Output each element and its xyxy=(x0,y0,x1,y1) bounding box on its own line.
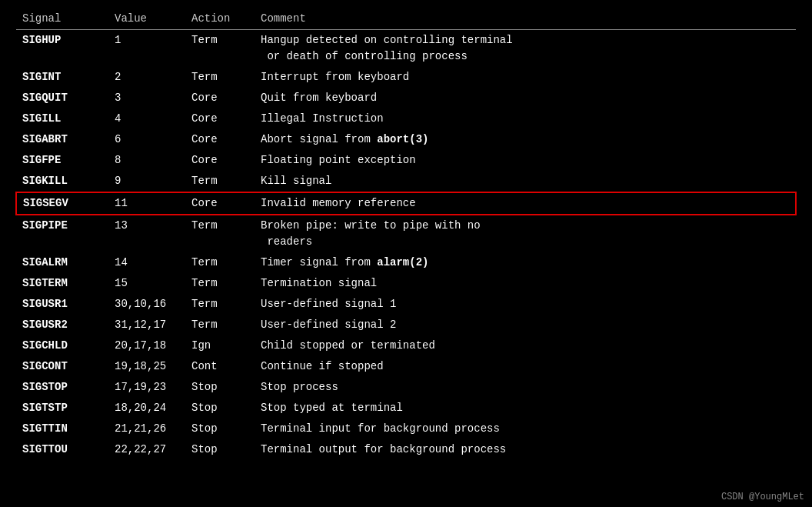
cell-value-sigsegv: 11 xyxy=(108,192,185,215)
sigint-row: SIGINT2TermInterrupt from keyboard xyxy=(16,67,796,88)
cell-comment-sigquit: Quit from keyboard xyxy=(255,88,796,108)
cell-comment-sigstop: Stop process xyxy=(255,377,796,398)
sigquit-row: SIGQUIT3CoreQuit from keyboard xyxy=(16,88,796,108)
cell-comment-sighup: Hangup detected on controlling terminal … xyxy=(255,30,796,68)
header-value: Value xyxy=(108,8,185,30)
sigttou-row: SIGTTOU22,22,27StopTerminal output for b… xyxy=(16,439,796,460)
sigtstp-row: SIGTSTP18,20,24StopStop typed at termina… xyxy=(16,398,796,419)
cell-signal-sigstop: SIGSTOP xyxy=(16,377,108,398)
cell-action-sigttou: Stop xyxy=(185,439,255,460)
cell-value-sigusr1: 30,10,16 xyxy=(108,294,185,315)
cell-comment-sigkill: Kill signal xyxy=(255,171,796,192)
cell-comment-sigint: Interrupt from keyboard xyxy=(255,67,796,88)
cell-action-sigtstp: Stop xyxy=(185,398,255,419)
header-comment: Comment xyxy=(255,8,796,30)
cell-comment-sigchld: Child stopped or terminated xyxy=(255,335,796,356)
cell-value-sigill: 4 xyxy=(108,108,185,129)
cell-action-sigstop: Stop xyxy=(185,377,255,398)
cell-signal-sighup: SIGHUP xyxy=(16,30,108,68)
cell-action-sigfpe: Core xyxy=(185,150,255,171)
signal-table-container: Signal Value Action Comment SIGHUP1TermH… xyxy=(0,0,812,468)
cell-comment-sigterm: Termination signal xyxy=(255,273,796,294)
sigill-row: SIGILL4CoreIllegal Instruction xyxy=(16,108,796,129)
cell-action-sighup: Term xyxy=(185,30,255,68)
sigusr2-row: SIGUSR231,12,17TermUser-defined signal 2 xyxy=(16,315,796,335)
cell-action-sigalrm: Term xyxy=(185,252,255,273)
cell-value-sigfpe: 8 xyxy=(108,150,185,171)
sigfpe-row: SIGFPE8CoreFloating point exception xyxy=(16,150,796,171)
cell-value-sigstop: 17,19,23 xyxy=(108,377,185,398)
cell-comment-sigsegv: Invalid memory reference xyxy=(255,192,796,215)
sigkill-row: SIGKILL9TermKill signal xyxy=(16,171,796,192)
cell-signal-sigchld: SIGCHLD xyxy=(16,335,108,356)
cell-action-sigquit: Core xyxy=(185,88,255,108)
cell-value-sighup: 1 xyxy=(108,30,185,68)
cell-signal-sigkill: SIGKILL xyxy=(16,171,108,192)
cell-signal-sigterm: SIGTERM xyxy=(16,273,108,294)
cell-action-sigusr2: Term xyxy=(185,315,255,335)
sigsegv-row: SIGSEGV11CoreInvalid memory reference xyxy=(16,192,796,215)
cell-value-sigquit: 3 xyxy=(108,88,185,108)
cell-action-sigpipe: Term xyxy=(185,215,255,252)
cell-action-sigill: Core xyxy=(185,108,255,129)
cell-action-sigabrt: Core xyxy=(185,129,255,150)
cell-action-sigusr1: Term xyxy=(185,294,255,315)
cell-action-sigcont: Cont xyxy=(185,356,255,377)
cell-signal-sigcont: SIGCONT xyxy=(16,356,108,377)
sigcont-row: SIGCONT19,18,25ContContinue if stopped xyxy=(16,356,796,377)
cell-comment-sigtstp: Stop typed at terminal xyxy=(255,398,796,419)
cell-comment-sigusr2: User-defined signal 2 xyxy=(255,315,796,335)
cell-value-sigalrm: 14 xyxy=(108,252,185,273)
cell-value-sigusr2: 31,12,17 xyxy=(108,315,185,335)
header-action: Action xyxy=(185,8,255,30)
cell-comment-sigttou: Terminal output for background process xyxy=(255,439,796,460)
cell-value-sigttin: 21,21,26 xyxy=(108,419,185,439)
cell-action-sigint: Term xyxy=(185,67,255,88)
sigstop-row: SIGSTOP17,19,23StopStop process xyxy=(16,377,796,398)
cell-value-sigtstp: 18,20,24 xyxy=(108,398,185,419)
sigttin-row: SIGTTIN21,21,26StopTerminal input for ba… xyxy=(16,419,796,439)
cell-signal-sigquit: SIGQUIT xyxy=(16,88,108,108)
cell-signal-sigint: SIGINT xyxy=(16,67,108,88)
cell-value-sigabrt: 6 xyxy=(108,129,185,150)
cell-signal-sigtstp: SIGTSTP xyxy=(16,398,108,419)
cell-value-sigpipe: 13 xyxy=(108,215,185,252)
cell-comment-sigill: Illegal Instruction xyxy=(255,108,796,129)
header-signal: Signal xyxy=(16,8,108,30)
cell-comment-sigttin: Terminal input for background process xyxy=(255,419,796,439)
cell-signal-sigusr1: SIGUSR1 xyxy=(16,294,108,315)
cell-comment-sigpipe: Broken pipe: write to pipe with no reade… xyxy=(255,215,796,252)
cell-signal-sigfpe: SIGFPE xyxy=(16,150,108,171)
cell-signal-sigttin: SIGTTIN xyxy=(16,419,108,439)
sigchld-row: SIGCHLD20,17,18IgnChild stopped or termi… xyxy=(16,335,796,356)
sigalrm-row: SIGALRM14TermTimer signal from alarm(2) xyxy=(16,252,796,273)
sigabrt-row: SIGABRT6CoreAbort signal from abort(3) xyxy=(16,129,796,150)
cell-comment-sigfpe: Floating point exception xyxy=(255,150,796,171)
cell-comment-sigusr1: User-defined signal 1 xyxy=(255,294,796,315)
cell-comment-sigcont: Continue if stopped xyxy=(255,356,796,377)
sigusr1-row: SIGUSR130,10,16TermUser-defined signal 1 xyxy=(16,294,796,315)
cell-signal-sigalrm: SIGALRM xyxy=(16,252,108,273)
cell-action-sigsegv: Core xyxy=(185,192,255,215)
cell-signal-sigpipe: SIGPIPE xyxy=(16,215,108,252)
cell-signal-sigttou: SIGTTOU xyxy=(16,439,108,460)
cell-comment-sigabrt: Abort signal from abort(3) xyxy=(255,129,796,150)
cell-value-sigint: 2 xyxy=(108,67,185,88)
cell-value-sigterm: 15 xyxy=(108,273,185,294)
signal-table: Signal Value Action Comment SIGHUP1TermH… xyxy=(15,8,797,460)
cell-value-sigchld: 20,17,18 xyxy=(108,335,185,356)
cell-signal-sigsegv: SIGSEGV xyxy=(16,192,108,215)
watermark: CSDN @YoungMLet xyxy=(721,492,804,502)
cell-action-sigttin: Stop xyxy=(185,419,255,439)
sighup-row: SIGHUP1TermHangup detected on controllin… xyxy=(16,30,796,68)
sigpipe-row: SIGPIPE13TermBroken pipe: write to pipe … xyxy=(16,215,796,252)
cell-signal-sigusr2: SIGUSR2 xyxy=(16,315,108,335)
cell-comment-sigalrm: Timer signal from alarm(2) xyxy=(255,252,796,273)
sigterm-row: SIGTERM15TermTermination signal xyxy=(16,273,796,294)
cell-value-sigttou: 22,22,27 xyxy=(108,439,185,460)
table-header-row: Signal Value Action Comment xyxy=(16,8,796,30)
cell-signal-sigabrt: SIGABRT xyxy=(16,129,108,150)
cell-action-sigkill: Term xyxy=(185,171,255,192)
cell-signal-sigill: SIGILL xyxy=(16,108,108,129)
cell-action-sigterm: Term xyxy=(185,273,255,294)
